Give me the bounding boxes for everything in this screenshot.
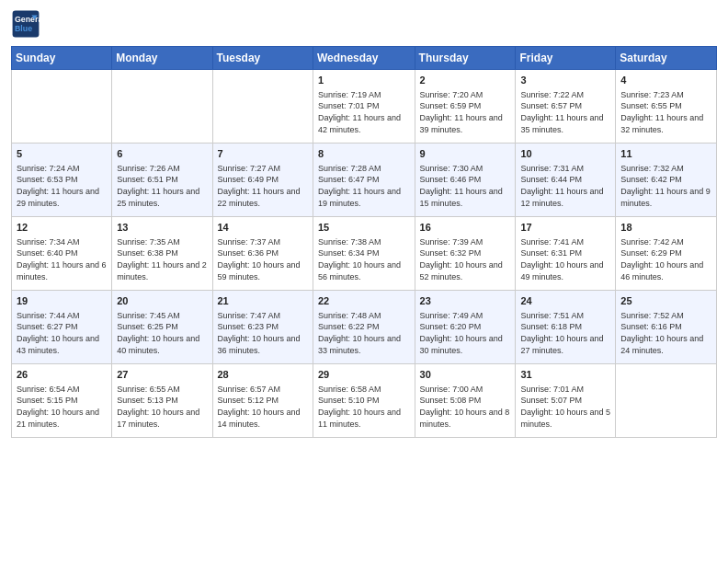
day-info: Sunrise: 7:45 AM Sunset: 6:25 PM Dayligh…	[117, 310, 207, 356]
day-info: Sunrise: 7:44 AM Sunset: 6:27 PM Dayligh…	[17, 310, 107, 356]
calendar-cell: 29Sunrise: 6:58 AM Sunset: 5:10 PM Dayli…	[313, 364, 415, 438]
calendar-cell	[616, 364, 717, 438]
day-number: 23	[420, 294, 511, 308]
calendar-cell: 15Sunrise: 7:38 AM Sunset: 6:34 PM Dayli…	[313, 217, 415, 291]
day-info: Sunrise: 6:57 AM Sunset: 5:12 PM Dayligh…	[218, 384, 308, 430]
day-info: Sunrise: 7:42 AM Sunset: 6:29 PM Dayligh…	[620, 236, 711, 282]
day-info: Sunrise: 7:27 AM Sunset: 6:49 PM Dayligh…	[218, 163, 308, 209]
calendar-cell: 5Sunrise: 7:24 AM Sunset: 6:53 PM Daylig…	[12, 144, 112, 217]
day-number: 13	[117, 221, 207, 235]
calendar-cell: 10Sunrise: 7:31 AM Sunset: 6:44 PM Dayli…	[516, 144, 616, 217]
calendar-week-row: 26Sunrise: 6:54 AM Sunset: 5:15 PM Dayli…	[12, 364, 717, 438]
calendar-cell: 16Sunrise: 7:39 AM Sunset: 6:32 PM Dayli…	[415, 217, 516, 291]
day-info: Sunrise: 7:48 AM Sunset: 6:22 PM Dayligh…	[318, 310, 410, 356]
day-info: Sunrise: 7:30 AM Sunset: 6:46 PM Dayligh…	[420, 163, 511, 209]
svg-text:Blue: Blue	[15, 24, 32, 33]
calendar-cell: 21Sunrise: 7:47 AM Sunset: 6:23 PM Dayli…	[212, 291, 313, 364]
day-info: Sunrise: 7:41 AM Sunset: 6:31 PM Dayligh…	[520, 236, 610, 282]
day-number: 19	[17, 294, 107, 308]
calendar-cell: 20Sunrise: 7:45 AM Sunset: 6:25 PM Dayli…	[112, 291, 212, 364]
day-number: 28	[218, 368, 308, 382]
svg-text:General: General	[15, 15, 40, 24]
header-saturday: Saturday	[616, 47, 717, 70]
day-info: Sunrise: 7:19 AM Sunset: 7:01 PM Dayligh…	[318, 89, 410, 135]
calendar-cell: 31Sunrise: 7:01 AM Sunset: 5:07 PM Dayli…	[516, 364, 616, 438]
day-info: Sunrise: 7:34 AM Sunset: 6:40 PM Dayligh…	[17, 236, 107, 282]
day-number: 25	[620, 294, 711, 308]
day-info: Sunrise: 7:37 AM Sunset: 6:36 PM Dayligh…	[218, 236, 308, 282]
logo-icon: General Blue	[11, 9, 40, 39]
day-info: Sunrise: 6:54 AM Sunset: 5:15 PM Dayligh…	[17, 384, 107, 430]
header-tuesday: Tuesday	[212, 47, 313, 70]
calendar-cell	[12, 70, 112, 144]
header-monday: Monday	[112, 47, 212, 70]
calendar-cell: 26Sunrise: 6:54 AM Sunset: 5:15 PM Dayli…	[12, 364, 112, 438]
calendar-week-row: 5Sunrise: 7:24 AM Sunset: 6:53 PM Daylig…	[12, 144, 717, 217]
calendar-cell: 25Sunrise: 7:52 AM Sunset: 6:16 PM Dayli…	[616, 291, 717, 364]
header-thursday: Thursday	[415, 47, 516, 70]
day-number: 3	[520, 74, 610, 87]
page: General Blue SundayMondayTuesdayWednesda…	[0, 0, 728, 563]
day-info: Sunrise: 7:38 AM Sunset: 6:34 PM Dayligh…	[318, 236, 410, 282]
day-info: Sunrise: 7:24 AM Sunset: 6:53 PM Dayligh…	[17, 163, 107, 209]
calendar-cell: 7Sunrise: 7:27 AM Sunset: 6:49 PM Daylig…	[212, 144, 313, 217]
calendar-cell: 18Sunrise: 7:42 AM Sunset: 6:29 PM Dayli…	[616, 217, 717, 291]
day-number: 29	[318, 368, 410, 382]
day-number: 5	[17, 147, 107, 161]
calendar-header-row: SundayMondayTuesdayWednesdayThursdayFrid…	[12, 47, 717, 70]
day-number: 17	[520, 221, 610, 235]
day-number: 4	[620, 74, 711, 87]
calendar-cell: 3Sunrise: 7:22 AM Sunset: 6:57 PM Daylig…	[516, 70, 616, 144]
day-info: Sunrise: 7:51 AM Sunset: 6:18 PM Dayligh…	[520, 310, 610, 356]
day-number: 8	[318, 147, 410, 161]
day-info: Sunrise: 7:39 AM Sunset: 6:32 PM Dayligh…	[420, 236, 511, 282]
header-sunday: Sunday	[12, 47, 112, 70]
calendar-cell: 14Sunrise: 7:37 AM Sunset: 6:36 PM Dayli…	[212, 217, 313, 291]
day-info: Sunrise: 6:55 AM Sunset: 5:13 PM Dayligh…	[117, 384, 207, 430]
calendar-cell: 13Sunrise: 7:35 AM Sunset: 6:38 PM Dayli…	[112, 217, 212, 291]
calendar-cell: 12Sunrise: 7:34 AM Sunset: 6:40 PM Dayli…	[12, 217, 112, 291]
calendar-cell: 30Sunrise: 7:00 AM Sunset: 5:08 PM Dayli…	[415, 364, 516, 438]
calendar-cell: 4Sunrise: 7:23 AM Sunset: 6:55 PM Daylig…	[616, 70, 717, 144]
day-info: Sunrise: 6:58 AM Sunset: 5:10 PM Dayligh…	[318, 384, 410, 430]
header: General Blue	[11, 9, 717, 39]
header-wednesday: Wednesday	[313, 47, 415, 70]
day-number: 12	[17, 221, 107, 235]
day-number: 16	[420, 221, 511, 235]
day-info: Sunrise: 7:35 AM Sunset: 6:38 PM Dayligh…	[117, 236, 207, 282]
calendar-table: SundayMondayTuesdayWednesdayThursdayFrid…	[11, 46, 717, 438]
day-info: Sunrise: 7:26 AM Sunset: 6:51 PM Dayligh…	[117, 163, 207, 209]
calendar-cell: 1Sunrise: 7:19 AM Sunset: 7:01 PM Daylig…	[313, 70, 415, 144]
calendar-cell: 24Sunrise: 7:51 AM Sunset: 6:18 PM Dayli…	[516, 291, 616, 364]
day-info: Sunrise: 7:23 AM Sunset: 6:55 PM Dayligh…	[620, 89, 711, 135]
day-number: 18	[620, 221, 711, 235]
day-number: 30	[420, 368, 511, 382]
calendar-cell: 11Sunrise: 7:32 AM Sunset: 6:42 PM Dayli…	[616, 144, 717, 217]
calendar-cell: 9Sunrise: 7:30 AM Sunset: 6:46 PM Daylig…	[415, 144, 516, 217]
day-number: 10	[520, 147, 610, 161]
calendar-cell: 17Sunrise: 7:41 AM Sunset: 6:31 PM Dayli…	[516, 217, 616, 291]
calendar-week-row: 19Sunrise: 7:44 AM Sunset: 6:27 PM Dayli…	[12, 291, 717, 364]
day-info: Sunrise: 7:52 AM Sunset: 6:16 PM Dayligh…	[620, 310, 711, 356]
calendar-week-row: 12Sunrise: 7:34 AM Sunset: 6:40 PM Dayli…	[12, 217, 717, 291]
day-info: Sunrise: 7:20 AM Sunset: 6:59 PM Dayligh…	[420, 89, 511, 135]
calendar-cell: 8Sunrise: 7:28 AM Sunset: 6:47 PM Daylig…	[313, 144, 415, 217]
day-number: 11	[620, 147, 711, 161]
day-number: 27	[117, 368, 207, 382]
calendar-cell	[212, 70, 313, 144]
calendar-cell: 27Sunrise: 6:55 AM Sunset: 5:13 PM Dayli…	[112, 364, 212, 438]
day-number: 2	[420, 74, 511, 87]
day-number: 1	[318, 74, 410, 87]
calendar-cell: 2Sunrise: 7:20 AM Sunset: 6:59 PM Daylig…	[415, 70, 516, 144]
day-info: Sunrise: 7:47 AM Sunset: 6:23 PM Dayligh…	[218, 310, 308, 356]
day-number: 15	[318, 221, 410, 235]
logo: General Blue	[11, 9, 40, 39]
day-info: Sunrise: 7:00 AM Sunset: 5:08 PM Dayligh…	[420, 384, 511, 430]
calendar-week-row: 1Sunrise: 7:19 AM Sunset: 7:01 PM Daylig…	[12, 70, 717, 144]
day-info: Sunrise: 7:01 AM Sunset: 5:07 PM Dayligh…	[520, 384, 610, 430]
day-number: 6	[117, 147, 207, 161]
calendar-cell: 6Sunrise: 7:26 AM Sunset: 6:51 PM Daylig…	[112, 144, 212, 217]
day-number: 26	[17, 368, 107, 382]
day-number: 24	[520, 294, 610, 308]
day-info: Sunrise: 7:49 AM Sunset: 6:20 PM Dayligh…	[420, 310, 511, 356]
